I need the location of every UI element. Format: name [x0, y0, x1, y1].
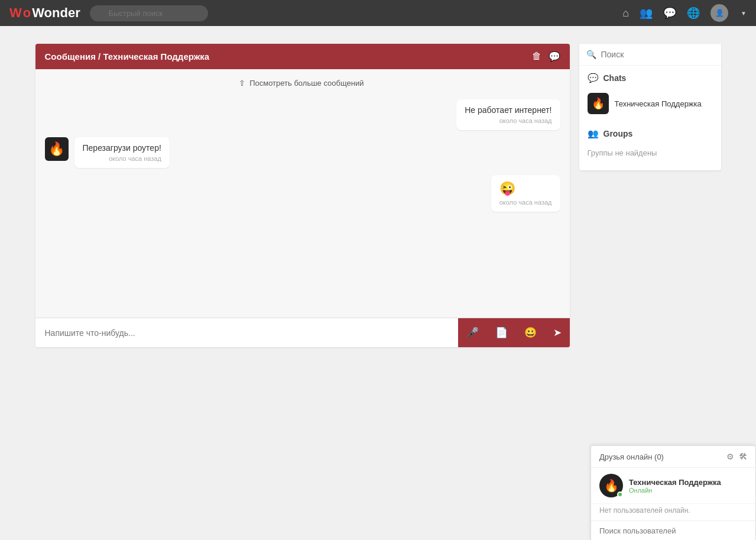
main-layout: Сообщения / Техническая Поддержка 🗑 💬 ⇧ …	[35, 44, 721, 347]
send-button[interactable]: ➤	[545, 318, 570, 347]
chat-bubble-icon[interactable]: 💬	[549, 51, 560, 62]
message-bubble: Перезагрузи роутер! около часа назад	[74, 137, 170, 168]
right-sidebar: 🔍 💬 Chats 🔥 Техническая Поддержка 👥 Grou…	[579, 44, 721, 170]
chat-input[interactable]	[35, 319, 458, 347]
sidebar-search-icon: 🔍	[586, 50, 596, 59]
delete-icon[interactable]: 🗑	[532, 51, 541, 62]
load-more-label: Посмотреть больше сообщений	[249, 79, 364, 88]
sidebar-chat-item[interactable]: 🔥 Техническая Поддержка	[579, 88, 721, 121]
load-more-arrow: ⇧	[239, 79, 245, 88]
message-row: Не работает интернет! около часа назад	[45, 99, 560, 130]
nav-left: WoWonder 🔍	[9, 5, 208, 21]
file-button[interactable]: 📄	[487, 318, 516, 347]
sidebar-search-row: 🔍	[579, 44, 721, 66]
chat-input-row: 🎤 📄 😀 ➤	[35, 318, 570, 347]
home-icon[interactable]: ⌂	[622, 7, 629, 20]
message-text: Не работает интернет!	[465, 105, 551, 115]
friends-icon[interactable]: 👥	[640, 7, 653, 20]
nav-right: ⌂ 👥 💬 🌐 👤 ▼	[622, 4, 747, 22]
groups-section-header: 👥 Groups	[579, 121, 721, 144]
chat-header-icons: 🗑 💬	[532, 51, 560, 62]
message-time: около часа назад	[465, 117, 551, 124]
nav-search-input[interactable]	[90, 5, 208, 21]
message-text: Перезагрузи роутер!	[83, 143, 161, 153]
globe-icon[interactable]: 🌐	[687, 7, 700, 20]
sidebar-search-input[interactable]	[601, 50, 714, 59]
avatar-caret[interactable]: ▼	[741, 10, 747, 17]
sidebar-chat-name: Техническая Поддержка	[615, 99, 702, 108]
message-bubble: Не работает интернет! около часа назад	[456, 99, 560, 130]
groups-empty-msg: Группы не найдены	[588, 144, 713, 162]
groups-label: Groups	[603, 129, 633, 138]
message-row: 😜 около часа назад	[45, 175, 560, 212]
nav-search-wrap: 🔍	[90, 5, 208, 21]
sidebar-chat-avatar: 🔥	[588, 93, 609, 114]
message-bubble: 😜 около часа назад	[491, 175, 560, 212]
chats-label: Chats	[603, 73, 627, 83]
chat-header-title: Сообщения / Техническая Поддержка	[45, 51, 210, 62]
user-avatar[interactable]: 👤	[710, 4, 728, 22]
message-time: около часа назад	[83, 155, 161, 162]
chat-messages: ⇧ Посмотреть больше сообщений Не работае…	[35, 69, 570, 318]
chat-input-actions: 🎤 📄 😀 ➤	[458, 318, 570, 347]
sender-avatar: 🔥	[45, 137, 69, 161]
sidebar-card: 🔍 💬 Chats 🔥 Техническая Поддержка 👥 Grou…	[579, 44, 721, 170]
chat-section-icon: 💬	[588, 73, 599, 83]
flame-icon: 🔥	[48, 141, 64, 157]
messages-icon[interactable]: 💬	[663, 7, 676, 20]
message-row: 🔥 Перезагрузи роутер! около часа назад	[45, 137, 560, 168]
avatar-placeholder: 👤	[715, 9, 724, 17]
chat-header: Сообщения / Техническая Поддержка 🗑 💬	[35, 44, 570, 69]
chats-section-header: 💬 Chats	[579, 66, 721, 88]
emoji-button[interactable]: 😀	[516, 318, 545, 347]
logo: WoWonder	[9, 5, 80, 21]
message-text: 😜	[499, 181, 552, 196]
load-more-btn[interactable]: ⇧ Посмотреть больше сообщений	[45, 79, 560, 88]
message-time: около часа назад	[499, 199, 552, 206]
top-navigation: WoWonder 🔍 ⌂ 👥 💬 🌐 👤 ▼	[0, 0, 756, 26]
microphone-button[interactable]: 🎤	[458, 318, 487, 347]
chat-panel: Сообщения / Техническая Поддержка 🗑 💬 ⇧ …	[35, 44, 570, 347]
flame-icon: 🔥	[592, 97, 605, 110]
groups-section: Группы не найдены	[579, 144, 721, 170]
groups-icon: 👥	[588, 128, 599, 139]
